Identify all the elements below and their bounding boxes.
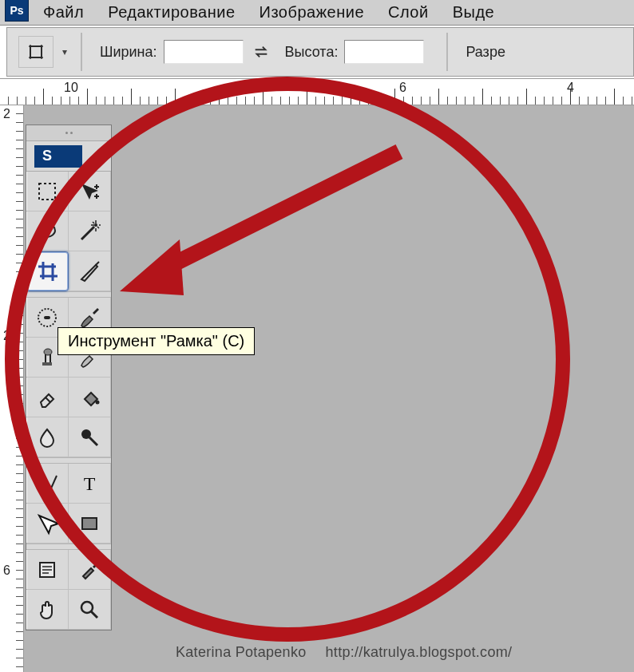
menu-image[interactable]: Изображение — [260, 3, 365, 22]
separator — [446, 33, 448, 71]
attribution-text: Katerina Potapenkohttp://katrulya.blogsp… — [176, 644, 512, 661]
paint-bucket-tool[interactable] — [69, 378, 111, 417]
width-input[interactable] — [164, 40, 244, 64]
hand-tool[interactable] — [26, 590, 69, 630]
tool-preset-dropdown-icon[interactable]: ▾ — [60, 46, 69, 57]
attribution-link[interactable]: http://katrulya.blogspot.com/ — [326, 644, 513, 660]
ruler-h-label: 4 — [567, 81, 574, 95]
svg-text:T: T — [84, 473, 96, 494]
ruler-h-label: 6 — [399, 81, 406, 95]
active-tool-icon[interactable] — [18, 36, 53, 68]
svg-rect-0 — [30, 46, 42, 57]
slice-tool[interactable] — [69, 251, 111, 291]
height-label: Высота: — [285, 44, 339, 61]
swap-dimensions-icon[interactable] — [250, 41, 272, 63]
vertical-ruler[interactable]: 226 — [0, 105, 24, 672]
width-label: Ширина: — [100, 44, 157, 61]
rectangular-marquee-tool[interactable] — [26, 172, 69, 211]
magic-wand-tool[interactable] — [69, 211, 111, 251]
menu-file[interactable]: Файл — [43, 3, 84, 22]
path-selection-tool[interactable] — [26, 504, 69, 544]
svg-point-6 — [96, 400, 100, 404]
tool-separator — [26, 544, 111, 550]
blur-tool[interactable] — [26, 417, 69, 457]
ruler-v-label: 6 — [3, 563, 10, 578]
pen-tool[interactable] — [26, 464, 69, 504]
tools-panel: S T — [26, 125, 112, 630]
horizontal-ruler[interactable]: 10864 — [0, 78, 634, 105]
height-input[interactable] — [344, 40, 424, 64]
tool-separator — [26, 291, 111, 298]
menu-edit[interactable]: Редактирование — [108, 3, 235, 22]
ruler-h-label: 8 — [232, 81, 239, 95]
panel-grip-icon[interactable] — [26, 125, 111, 141]
svg-rect-1 — [39, 184, 55, 200]
svg-point-11 — [81, 602, 93, 613]
lasso-tool[interactable] — [26, 211, 69, 251]
ruler-v-label: 2 — [3, 107, 10, 121]
canvas-area[interactable] — [24, 105, 634, 672]
separator — [81, 33, 82, 71]
tool-tooltip: Инструмент "Рамка" (C) — [57, 327, 255, 355]
app-badge-icon: Ps — [5, 0, 29, 22]
notes-tool[interactable] — [26, 550, 69, 590]
move-tool[interactable] — [69, 172, 111, 211]
rectangle-shape-tool[interactable] — [69, 504, 111, 544]
eraser-tool[interactable] — [26, 378, 69, 417]
dodge-tool[interactable] — [69, 417, 111, 457]
panel-tab[interactable]: S — [26, 141, 111, 172]
svg-rect-9 — [82, 518, 97, 529]
menu-bar: Ps Файл Редактирование Изображение Слой … — [0, 0, 634, 26]
type-tool[interactable]: T — [69, 464, 111, 504]
menu-select[interactable]: Выде — [453, 3, 495, 22]
resolution-label: Разре — [466, 44, 505, 61]
crop-tool[interactable] — [26, 251, 69, 291]
options-bar: ▾ Ширина: Высота: Разре — [6, 27, 634, 77]
eyedropper-tool[interactable] — [69, 550, 111, 590]
zoom-tool[interactable] — [69, 590, 111, 630]
svg-point-2 — [94, 223, 97, 227]
svg-point-5 — [44, 349, 52, 355]
ruler-h-label: 10 — [64, 81, 78, 95]
ruler-v-label: 2 — [3, 329, 10, 343]
tool-separator — [26, 457, 111, 464]
svg-rect-4 — [44, 316, 50, 319]
menu-layer[interactable]: Слой — [388, 3, 429, 22]
